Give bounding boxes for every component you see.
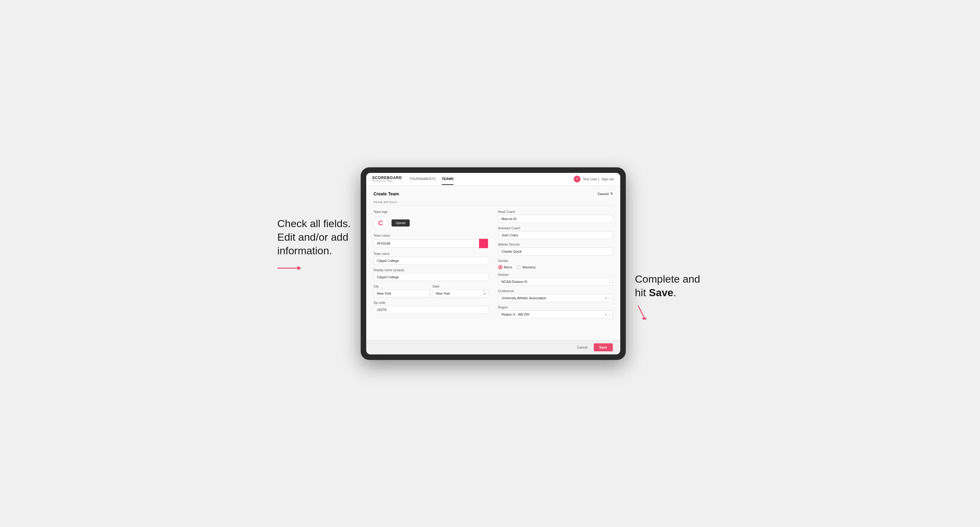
gender-row: Mens Womens — [498, 265, 613, 269]
division-select[interactable]: NCAA Division III — [498, 278, 613, 286]
logo-area: C Upload — [374, 216, 488, 230]
nav-teams[interactable]: TEAMS — [442, 173, 454, 185]
cancel-x-button[interactable]: Cancel ✕ — [597, 192, 612, 196]
arrow-left-icon — [277, 264, 302, 273]
gender-mens-option[interactable]: Mens — [498, 265, 512, 269]
annotation-line2: Edit and/or add — [277, 230, 352, 244]
state-select[interactable]: New York — [433, 289, 488, 297]
head-coach-input[interactable] — [498, 215, 613, 223]
nav-user-area: T Test User | Sign out — [574, 176, 614, 183]
page-layout: Check all fields. Edit and/or add inform… — [277, 167, 703, 360]
team-name-input[interactable] — [374, 257, 488, 265]
conference-group: Conference University Athletic Associati… — [498, 289, 613, 302]
division-dropdown-wrap: NCAA Division III ⌄ — [498, 278, 613, 286]
state-label: State — [433, 285, 488, 288]
user-label: Test User | — [583, 177, 599, 181]
conference-dropdown-wrap: University Athletic Association ✕ ⌄ — [498, 294, 613, 302]
gender-womens-label: Womens — [522, 265, 536, 269]
nav-links: TOURNAMENTS TEAMS — [409, 173, 566, 185]
annotation-line3: information. — [277, 244, 352, 257]
division-label: Division — [498, 273, 613, 276]
region-select[interactable]: Region II - (M) DIII — [498, 310, 613, 318]
team-name-label: Team name — [374, 252, 488, 256]
zip-input[interactable] — [374, 306, 488, 314]
annotation-right-bold: Save — [649, 287, 673, 298]
form-footer: Cancel Save — [366, 340, 620, 354]
conference-select[interactable]: University Athletic Association — [498, 294, 613, 302]
form-col-right: Head Coach Assistant Coach Athletic Dire… — [498, 210, 613, 318]
state-select-wrap: New York ✕ ⌃ — [433, 289, 488, 297]
app-logo: SCOREBOARD Powered by clippd — [372, 176, 402, 182]
team-colour-label: Team colour — [374, 234, 488, 237]
assistant-coach-input[interactable] — [498, 231, 613, 239]
arrow-right-icon — [635, 304, 660, 320]
annotation-right-period: . — [673, 287, 676, 298]
state-group: State New York ✕ ⌃ — [433, 285, 488, 297]
head-coach-group: Head Coach — [498, 210, 613, 223]
athletic-director-label: Athletic Director — [498, 243, 613, 246]
head-coach-label: Head Coach — [498, 210, 613, 214]
gender-group: Gender Mens Womens — [498, 259, 613, 269]
city-state-row: City State New York — [374, 285, 488, 297]
color-field-wrap — [374, 238, 488, 248]
form-area: Create Team Cancel ✕ TEAM DETAILS Team l… — [366, 186, 620, 340]
form-grid: Team logo C Upload Team colour — [374, 210, 613, 318]
gender-mens-radio[interactable] — [498, 265, 503, 269]
svg-line-2 — [638, 306, 644, 318]
team-logo-label: Team logo — [374, 210, 488, 214]
team-colour-input[interactable] — [374, 240, 479, 248]
form-col-left: Team logo C Upload Team colour — [374, 210, 488, 318]
save-button[interactable]: Save — [594, 343, 613, 351]
city-state-group: City State New York — [374, 285, 488, 297]
gender-mens-label: Mens — [504, 265, 512, 269]
annotation-right-line2: hit — [635, 287, 649, 298]
close-icon[interactable]: ✕ — [610, 192, 613, 196]
assistant-coach-label: Assistant Coach — [498, 227, 613, 230]
gender-womens-option[interactable]: Womens — [516, 265, 536, 269]
display-name-label: Display name (unique) — [374, 268, 488, 272]
annotation-right-line1: Complete and — [635, 273, 700, 285]
assistant-coach-group: Assistant Coach — [498, 227, 613, 239]
athletic-director-input[interactable] — [498, 248, 613, 256]
team-colour-group: Team colour — [374, 234, 488, 248]
form-title-row: Create Team Cancel ✕ — [374, 191, 613, 196]
gender-label: Gender — [498, 259, 613, 263]
zip-label: Zip code — [374, 301, 488, 305]
region-label: Region — [498, 306, 613, 309]
tablet-screen: SCOREBOARD Powered by clippd TOURNAMENTS… — [366, 173, 620, 354]
cancel-button[interactable]: Cancel — [574, 344, 591, 351]
svg-marker-3 — [642, 318, 647, 320]
display-name-group: Display name (unique) — [374, 268, 488, 281]
logo-circle: C — [374, 216, 388, 230]
color-swatch[interactable] — [479, 238, 488, 248]
nav-tournaments[interactable]: TOURNAMENTS — [409, 173, 436, 185]
sign-out-link[interactable]: Sign out — [601, 177, 614, 181]
city-group: City — [374, 285, 430, 297]
region-group: Region Region II - (M) DIII ✕ ⌄ — [498, 306, 613, 318]
section-header: TEAM DETAILS — [374, 201, 613, 206]
gender-womens-radio[interactable] — [516, 265, 521, 269]
svg-marker-1 — [298, 266, 301, 270]
form-title-text: Create Team — [374, 191, 399, 196]
state-clear-icon[interactable]: ✕ — [483, 289, 487, 292]
annotation-left-area: Check all fields. Edit and/or add inform… — [277, 167, 352, 274]
tablet-device: SCOREBOARD Powered by clippd TOURNAMENTS… — [361, 167, 626, 360]
team-logo-group: Team logo C Upload — [374, 210, 488, 230]
zip-group: Zip code — [374, 301, 488, 314]
annotation-line1: Check all fields. — [277, 217, 352, 230]
city-label: City — [374, 285, 430, 288]
city-input[interactable] — [374, 289, 430, 297]
team-name-group: Team name — [374, 252, 488, 265]
logo-sub-text: Powered by clippd — [372, 180, 402, 182]
avatar: T — [574, 176, 581, 183]
upload-button[interactable]: Upload — [391, 219, 410, 227]
nav-bar: SCOREBOARD Powered by clippd TOURNAMENTS… — [366, 173, 620, 186]
division-group: Division NCAA Division III ⌄ — [498, 273, 613, 286]
conference-label: Conference — [498, 289, 613, 293]
annotation-right-area: Complete and hit Save. — [635, 167, 703, 321]
region-dropdown-wrap: Region II - (M) DIII ✕ ⌄ — [498, 310, 613, 318]
display-name-input[interactable] — [374, 273, 488, 281]
athletic-director-group: Athletic Director — [498, 243, 613, 256]
